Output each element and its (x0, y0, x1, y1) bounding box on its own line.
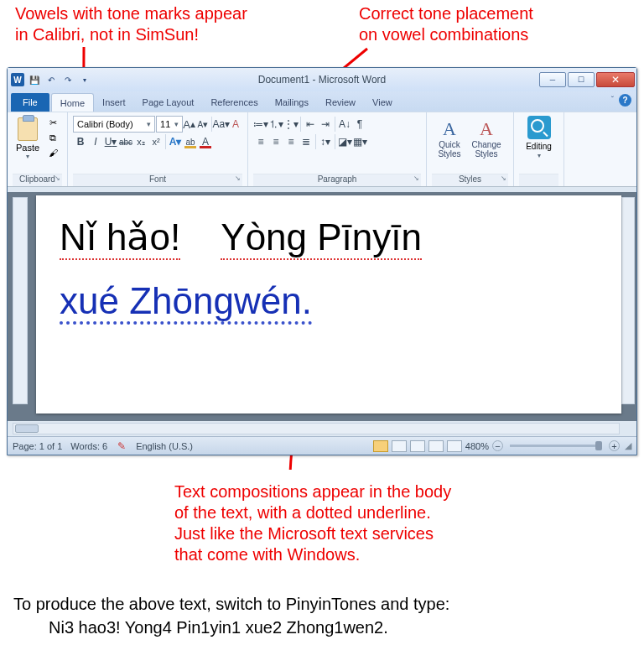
editing-label: Editing (526, 142, 552, 151)
text-yong-pinyin: Yòng Pīnyīn (221, 216, 422, 260)
shading-icon[interactable]: ◪▾ (337, 133, 352, 150)
document-line-1: Nǐ hǎo! Yòng Pīnyīn (60, 216, 598, 258)
paragraph-group-label: Paragraph↘ (253, 174, 421, 186)
paste-icon (18, 117, 38, 141)
zoom-slider-knob[interactable] (595, 441, 602, 450)
bullets-icon[interactable]: ≔▾ (253, 116, 268, 133)
highlight-icon[interactable]: ab (183, 133, 198, 150)
paste-button[interactable]: Paste ▾ (13, 116, 43, 174)
text-composition: xué Zhōngwén. (60, 280, 312, 325)
ribbon-group-clipboard: Paste ▾ ✂ ⧉ 🖌 Clipboard↘ (8, 112, 68, 186)
change-case-icon[interactable]: Aa▾ (214, 116, 229, 133)
scrollbar-thumb[interactable] (15, 424, 39, 433)
justify-icon[interactable]: ≣ (299, 133, 314, 150)
document-line-2: xué Zhōngwén. (60, 280, 598, 322)
status-words[interactable]: Words: 6 (70, 441, 107, 451)
line-spacing-icon[interactable]: ↕▾ (318, 133, 333, 150)
ribbon-tabs: File Home Insert Page Layout References … (8, 91, 636, 112)
superscript-button[interactable]: x² (148, 133, 164, 150)
tab-mailings[interactable]: Mailings (267, 93, 317, 112)
styles-launcher-icon[interactable]: ↘ (501, 174, 506, 182)
vertical-scrollbar[interactable] (621, 197, 635, 404)
increase-indent-icon[interactable]: ⇥ (318, 116, 333, 133)
zoom-slider[interactable] (510, 445, 602, 447)
font-size-combo[interactable]: 11▾ (156, 116, 183, 133)
tab-file[interactable]: File (11, 93, 49, 112)
grow-font-icon[interactable]: A▴ (183, 116, 196, 133)
shrink-font-icon[interactable]: A▾ (196, 116, 210, 133)
help-icon[interactable]: ? (619, 94, 631, 107)
zoom-value[interactable]: 480% (465, 441, 489, 451)
clear-format-icon[interactable]: A (229, 116, 242, 133)
paste-label: Paste (16, 143, 39, 153)
ribbon-group-styles: A Quick Styles A Change Styles Styles↘ (427, 112, 514, 186)
outline-view-icon[interactable] (428, 440, 444, 452)
print-layout-view-icon[interactable] (373, 440, 388, 452)
align-left-icon[interactable]: ≡ (253, 133, 268, 150)
quick-styles-button[interactable]: A Quick Styles (432, 116, 467, 161)
underline-button[interactable]: U▾ (103, 133, 118, 150)
tab-review[interactable]: Review (317, 93, 364, 112)
clipboard-launcher-icon[interactable]: ↘ (55, 174, 60, 182)
tab-references[interactable]: References (202, 93, 266, 112)
status-language[interactable]: English (U.S.) (136, 441, 193, 451)
font-color-icon[interactable]: A (198, 133, 213, 150)
zoom-in-button[interactable]: + (609, 440, 620, 451)
decrease-indent-icon[interactable]: ⇤ (303, 116, 318, 133)
align-center-icon[interactable]: ≡ (268, 133, 283, 150)
paragraph-launcher-icon[interactable]: ↘ (413, 174, 419, 182)
minimize-ribbon-icon[interactable]: ˇ (611, 96, 614, 105)
font-launcher-icon[interactable]: ↘ (235, 174, 241, 182)
ribbon-group-font: Calibri (Body)▾ 11▾ A▴ A▾ Aa▾ A B I U▾ a… (68, 112, 248, 186)
editing-group-label (519, 174, 558, 186)
titlebar: W 💾 ↶ ↷ ▾ Document1 - Microsoft Word ─ ☐… (8, 68, 636, 91)
web-layout-view-icon[interactable] (410, 440, 425, 452)
tab-page-layout[interactable]: Page Layout (134, 93, 203, 112)
ribbon-group-editing: Editing ▾ (514, 112, 564, 186)
vertical-ruler (13, 197, 28, 404)
footer-line-2: Ni3 hao3! Yong4 Pin1yin1 xue2 Zhong1wen2… (49, 616, 388, 639)
resize-grip-icon[interactable]: ◢ (625, 440, 631, 451)
horizontal-scroll-area (8, 421, 636, 436)
multilevel-icon[interactable]: ⋮▾ (283, 116, 299, 133)
subscript-button[interactable]: x₂ (133, 133, 148, 150)
tab-insert[interactable]: Insert (94, 93, 134, 112)
footer-line-1: To produce the above text, switch to Pin… (13, 592, 449, 616)
numbering-icon[interactable]: ⒈▾ (268, 116, 283, 133)
text-ni-hao: Nǐ hǎo! (60, 216, 180, 260)
ribbon: Paste ▾ ✂ ⧉ 🖌 Clipboard↘ Calibri (Body)▾ (8, 112, 636, 187)
binoculars-icon[interactable] (527, 116, 551, 139)
borders-icon[interactable]: ▦▾ (352, 133, 367, 150)
font-name-combo[interactable]: Calibri (Body)▾ (73, 116, 155, 133)
cut-icon[interactable]: ✂ (45, 116, 60, 129)
annotation-bottom-mid: Text compositions appear in the body of … (174, 481, 451, 565)
tab-home[interactable]: Home (51, 93, 94, 112)
document-area: Nǐ hǎo! Yòng Pīnyīn xué Zhōngwén. (8, 192, 636, 421)
sort-icon[interactable]: A↓ (337, 116, 352, 133)
text-effects-icon[interactable]: A▾ (168, 133, 183, 150)
tab-view[interactable]: View (364, 93, 401, 112)
change-styles-button[interactable]: A Change Styles (469, 116, 504, 161)
proofing-icon[interactable]: ✎ (116, 440, 127, 452)
status-page[interactable]: Page: 1 of 1 (13, 441, 62, 451)
zoom-out-button[interactable]: − (492, 440, 503, 451)
format-painter-icon[interactable]: 🖌 (45, 146, 60, 159)
font-group-label: Font↘ (73, 174, 242, 186)
copy-icon[interactable]: ⧉ (45, 131, 60, 144)
draft-view-icon[interactable] (447, 440, 462, 452)
horizontal-scrollbar[interactable] (13, 423, 620, 434)
italic-button[interactable]: I (88, 133, 103, 150)
full-screen-view-icon[interactable] (392, 440, 407, 452)
status-bar: Page: 1 of 1 Words: 6 ✎ English (U.S.) 4… (8, 436, 636, 455)
strike-button[interactable]: abc (118, 133, 133, 150)
window-title: Document1 - Microsoft Word (8, 74, 636, 86)
document-page[interactable]: Nǐ hǎo! Yòng Pīnyīn xué Zhōngwén. (36, 195, 621, 414)
word-window: W 💾 ↶ ↷ ▾ Document1 - Microsoft Word ─ ☐… (7, 67, 637, 455)
clipboard-group-label: Clipboard↘ (13, 174, 62, 186)
bold-button[interactable]: B (73, 133, 88, 150)
ribbon-group-paragraph: ≔▾ ⒈▾ ⋮▾ ⇤ ⇥ A↓ ¶ ≡ ≡ ≡ ≣ (248, 112, 427, 186)
show-marks-icon[interactable]: ¶ (352, 116, 367, 133)
styles-group-label: Styles↘ (432, 174, 508, 186)
align-right-icon[interactable]: ≡ (283, 133, 299, 150)
